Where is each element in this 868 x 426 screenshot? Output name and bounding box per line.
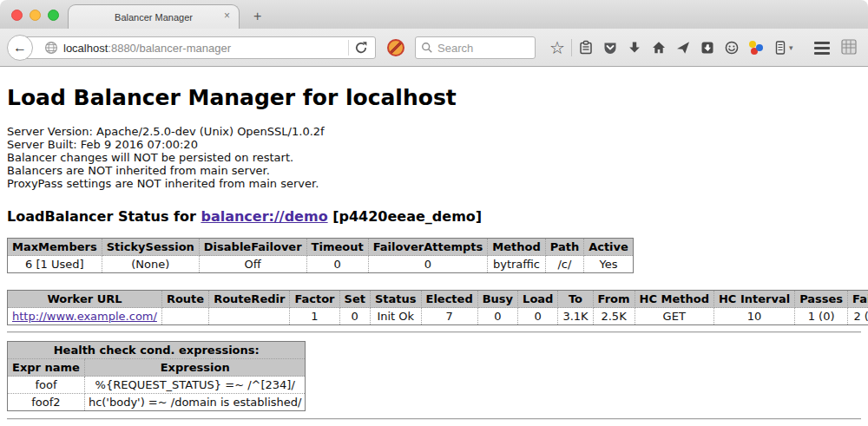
route-cell — [161, 308, 208, 325]
proxypass-warning-line: ProxyPass settings are NOT inherited fro… — [7, 177, 861, 190]
stickysession-cell: (None) — [102, 256, 199, 273]
toolbar-icons: ☆ — [545, 29, 793, 67]
tab-title: Balancer Manager — [115, 12, 193, 23]
download-manager-icon[interactable] — [695, 36, 720, 60]
status-cell: Init Ok — [370, 308, 421, 325]
urlbar-divider — [348, 40, 349, 56]
bookmarks-list-icon[interactable] — [574, 36, 598, 60]
toolbar-separator — [571, 39, 572, 56]
table-row: 6 [1 Used] (None) Off 0 0 bytraffic /c/ … — [8, 256, 634, 273]
expression-cell: %{REQUEST_STATUS} =~ /^[234]/ — [84, 377, 306, 394]
column-header: Method — [488, 239, 545, 256]
set-cell: 0 — [339, 308, 370, 325]
table-header-row: MaxMembers StickySession DisableFailover… — [8, 239, 634, 256]
column-header: HC Method — [635, 291, 713, 308]
table-row: foof %{REQUEST_STATUS} =~ /^[234]/ — [8, 377, 306, 394]
blue-ball-icon — [756, 44, 763, 51]
content-blocked-icon[interactable] — [387, 39, 404, 56]
bottom-divider — [7, 418, 861, 420]
search-input[interactable] — [437, 42, 529, 55]
url-bar[interactable]: localhost:8880/balancer-manager — [21, 36, 376, 59]
table-header-row: Expr name Expression — [8, 359, 306, 377]
column-header: Set — [339, 291, 370, 308]
search-icon — [421, 42, 433, 54]
hc-method-cell: GET — [635, 308, 713, 325]
pocket-icon[interactable] — [598, 36, 622, 60]
send-tab-icon[interactable] — [671, 36, 695, 60]
health-check-table: Health check cond. expressions: Expr nam… — [7, 341, 306, 411]
passes-cell: 1 (0) — [795, 308, 848, 325]
column-header: Factor — [290, 291, 339, 308]
chevron-down-icon[interactable]: ▾ — [789, 43, 793, 52]
column-header: Timeout — [306, 239, 368, 256]
browser-window: Balancer Manager × + ← localhost:8880/ba… — [0, 0, 868, 426]
column-header: DisableFailover — [199, 239, 306, 256]
titlebar: Balancer Manager × + — [0, 0, 868, 29]
zoom-window-button[interactable] — [48, 10, 59, 21]
back-button[interactable]: ← — [7, 35, 33, 61]
column-header: Busy — [477, 291, 517, 308]
method-cell: bytraffic — [488, 256, 545, 273]
page-content: Load Balancer Manager for localhost Serv… — [0, 67, 868, 426]
url-text[interactable]: localhost:8880/balancer-manager — [63, 42, 343, 55]
feedback-smiley-icon[interactable] — [720, 36, 744, 60]
page-title: Load Balancer Manager for localhost — [7, 67, 861, 110]
health-table-title: Health check cond. expressions: — [8, 342, 306, 359]
path-cell: /c/ — [545, 256, 583, 273]
status-heading-prefix: LoadBalancer Status for — [7, 208, 201, 225]
maxmembers-cell: 6 [1 Used] — [8, 256, 102, 273]
from-cell: 2.5K — [593, 308, 635, 325]
bookmark-star-icon[interactable]: ☆ — [545, 36, 569, 60]
reload-icon[interactable] — [354, 41, 368, 55]
server-built-line: Server Built: Feb 9 2016 07:00:20 — [7, 138, 861, 151]
active-cell: Yes — [584, 256, 634, 273]
home-icon[interactable] — [647, 36, 671, 60]
persist-warning-line: Balancer changes will NOT be persisted o… — [7, 151, 861, 164]
menu-button[interactable] — [814, 36, 838, 60]
navigation-toolbar: ← localhost:8880/balancer-manager — [0, 29, 868, 67]
column-header: Passes — [795, 291, 848, 308]
column-header: To — [558, 291, 593, 308]
column-header: RouteRedir — [209, 291, 290, 308]
worker-url-link[interactable]: http://www.example.com/ — [12, 310, 157, 323]
expression-cell: hc('body') =~ /domain is established/ — [84, 394, 306, 411]
server-version-line: Server Version: Apache/2.5.0-dev (Unix) … — [7, 125, 861, 138]
table-header-row: Worker URL Route RouteRedir Factor Set S… — [8, 291, 868, 308]
video-downloadhelper-icon[interactable] — [744, 36, 768, 60]
expr-name-cell: foof — [8, 377, 85, 394]
balancer-summary-table: MaxMembers StickySession DisableFailover… — [7, 238, 634, 273]
worker-table: Worker URL Route RouteRedir Factor Set S… — [7, 290, 868, 325]
column-header: Fails — [848, 291, 868, 308]
search-bar[interactable] — [415, 36, 536, 59]
table-title-row: Health check cond. expressions: — [8, 342, 306, 359]
busy-cell: 0 — [477, 308, 517, 325]
column-header: FailoverAttempts — [368, 239, 488, 256]
balancers-warning-line: Balancers are NOT inherited from main se… — [7, 164, 861, 177]
close-window-button[interactable] — [11, 10, 23, 21]
globe-icon — [44, 41, 58, 55]
grid-extension-icon[interactable] — [840, 38, 858, 59]
minimize-window-button[interactable] — [30, 10, 41, 21]
column-header: Active — [584, 239, 634, 256]
factor-cell: 1 — [290, 308, 339, 325]
timeout-cell: 0 — [306, 256, 368, 273]
url-path: :8880/balancer-manager — [108, 42, 231, 55]
tab-balancer-manager[interactable]: Balancer Manager × — [68, 4, 240, 29]
balancer-demo-link[interactable]: balancer://demo — [201, 208, 327, 225]
hc-interval-cell: 10 — [713, 308, 794, 325]
downloads-icon[interactable] — [622, 36, 647, 60]
column-header: Path — [545, 239, 583, 256]
column-header: Worker URL — [8, 291, 162, 308]
url-host: localhost — [63, 42, 108, 55]
column-header: MaxMembers — [8, 239, 102, 256]
tab-close-icon[interactable]: × — [224, 10, 230, 21]
column-header: Status — [370, 291, 421, 308]
elected-cell: 7 — [421, 308, 477, 325]
status-heading-suffix: [p4420eeae_demo] — [328, 208, 483, 225]
fails-cell: 2 (0) — [848, 308, 868, 325]
column-header: From — [593, 291, 635, 308]
expr-name-cell: foof2 — [8, 394, 85, 411]
column-header: Route — [161, 291, 208, 308]
new-tab-button[interactable]: + — [248, 8, 266, 25]
table-row: foof2 hc('body') =~ /domain is establish… — [8, 394, 306, 411]
